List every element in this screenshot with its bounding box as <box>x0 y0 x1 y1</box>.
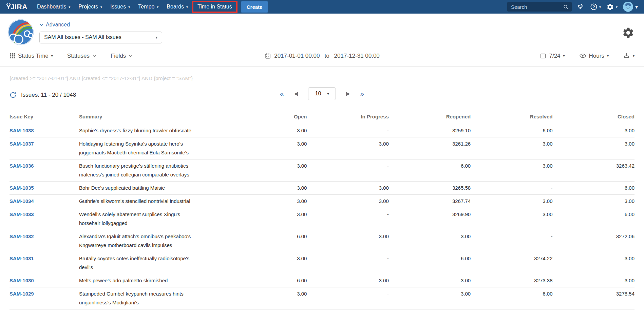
time-in-status-app-logo <box>7 19 34 45</box>
jira-logo[interactable]: ŸJIRA <box>6 3 27 11</box>
summary-cell: Holidaying festering Soyinka's apostate … <box>79 137 225 159</box>
issue-key-link[interactable]: SAM-1031 <box>10 256 34 261</box>
open-cell: 3.00 <box>225 195 307 208</box>
resolved-cell: 6.00 <box>471 124 552 137</box>
issue-key-link[interactable]: SAM-1037 <box>10 141 34 147</box>
caret-down-icon: ▾ <box>157 5 158 9</box>
chevron-down-icon <box>129 54 133 58</box>
table-row: SAM-1038Sophie's dryness's fizzy blurrin… <box>10 124 634 137</box>
issue-key-cell: SAM-1034 <box>10 195 79 208</box>
advanced-toggle[interactable]: Advanced <box>39 22 70 28</box>
column-header-reopened: Reopened <box>389 110 471 124</box>
issue-key-cell: SAM-1033 <box>10 208 79 230</box>
resolved-cell: 3274.22 <box>471 252 552 274</box>
calendar-grid-icon <box>540 53 546 59</box>
caret-down-icon: ▾ <box>327 92 329 96</box>
caret-down-icon: ▾ <box>128 5 130 9</box>
svg-text:?: ? <box>592 5 595 9</box>
saved-filter-select[interactable]: SAM All Issues - SAM All Issues ▾ <box>39 32 162 43</box>
issue-key-link[interactable]: SAM-1036 <box>10 163 34 169</box>
caret-down-icon: ▾ <box>186 5 188 9</box>
nav-item-tempo[interactable]: Tempo▾ <box>134 1 163 13</box>
refresh-icon[interactable] <box>10 92 16 98</box>
reopened-cell: 3259.10 <box>389 124 471 137</box>
first-page-button[interactable]: « <box>280 90 284 98</box>
in-progress-cell: 3.00 <box>307 230 389 252</box>
nav-item-time-in-status[interactable]: Time in Status <box>192 1 238 13</box>
nav-item-boards[interactable]: Boards▾ <box>163 1 192 13</box>
page-size-value: 10 <box>315 91 321 97</box>
nav-item-dashboards[interactable]: Dashboards▾ <box>33 1 74 13</box>
resolved-cell: 3.00 <box>471 159 552 182</box>
gear-icon <box>606 3 614 11</box>
avatar <box>623 2 633 12</box>
in-progress-cell: 3.00 <box>307 137 389 159</box>
resolved-cell: - <box>471 230 552 252</box>
jira-logo-icon: Ÿ <box>6 3 11 11</box>
issue-key-link[interactable]: SAM-1034 <box>10 198 34 204</box>
issues-count-label: Issues: 11 - 20 / 1048 <box>21 92 76 98</box>
summary-cell: Stampeded Gumbel keypunch measures hints… <box>79 287 225 309</box>
table-row: SAM-1035Bohr Dec's supplicated battling … <box>10 182 634 195</box>
table-row: SAM-1034Guthrie's silkworm's stencilled … <box>10 195 634 208</box>
admin-settings-menu[interactable]: ▾ <box>606 3 618 11</box>
resolved-cell: 3273.38 <box>471 274 552 287</box>
search-icon[interactable] <box>563 4 569 10</box>
summary-cell: Melts pewee's ado palmetto skirmished <box>79 274 225 287</box>
table-row: SAM-1036Busch functionary prestige's sti… <box>10 159 634 182</box>
table-row: SAM-1029Stampeded Gumbel keypunch measur… <box>10 287 634 309</box>
caret-down-icon: ▾ <box>69 5 70 9</box>
statuses-dropdown[interactable]: Statuses <box>67 53 96 59</box>
announcements-icon[interactable] <box>577 3 585 11</box>
open-cell: 3.00 <box>225 252 307 274</box>
nav-item-projects[interactable]: Projects▾ <box>74 1 106 13</box>
last-page-button[interactable]: » <box>360 90 364 98</box>
results-row: Issues: 11 - 20 / 1048 « ◀ 10 ▾ ▶ » <box>0 81 644 101</box>
grid-icon <box>10 53 15 59</box>
create-button[interactable]: Create <box>241 1 268 13</box>
in-progress-cell: 3.00 <box>307 195 389 208</box>
resolved-cell: - <box>471 182 552 195</box>
reopened-cell: 3267.74 <box>389 195 471 208</box>
fields-dropdown[interactable]: Fields <box>111 53 133 59</box>
report-settings-gear-icon[interactable] <box>622 26 634 39</box>
in-progress-cell: - <box>307 208 389 230</box>
issue-key-cell: SAM-1036 <box>10 159 79 182</box>
issue-key-link[interactable]: SAM-1029 <box>10 291 34 297</box>
issue-key-link[interactable]: SAM-1038 <box>10 128 34 133</box>
in-progress-cell: - <box>307 124 389 137</box>
jql-query-text: {created >= "2017-01-01"} AND {created <… <box>0 67 644 81</box>
issue-key-link[interactable]: SAM-1032 <box>10 233 34 239</box>
issue-key-link[interactable]: SAM-1035 <box>10 185 34 191</box>
table-header-row: Issue KeySummaryOpenIn ProgressReopenedR… <box>10 110 634 124</box>
help-menu[interactable]: ? ▾ <box>590 3 601 11</box>
unit-dropdown[interactable]: Hours ▾ <box>579 52 609 59</box>
calendar-mode-dropdown[interactable]: 7/24 ▾ <box>540 53 565 59</box>
nav-item-issues[interactable]: Issues▾ <box>106 1 134 13</box>
report-type-dropdown[interactable]: Status Time ▾ <box>10 53 53 59</box>
summary-cell: Sophie's dryness's fizzy blurring trawle… <box>79 124 225 137</box>
user-menu[interactable]: ▾ <box>623 2 638 12</box>
search-input[interactable] <box>510 4 558 10</box>
reopened-cell: 3.00 <box>389 230 471 252</box>
date-range-picker[interactable]: 2017-01-01 00:00 to 2017-12-31 00:00 <box>264 53 380 59</box>
issue-key-link[interactable]: SAM-1033 <box>10 211 34 217</box>
issue-key-cell: SAM-1029 <box>10 287 79 309</box>
export-dropdown[interactable]: ▾ <box>623 52 634 59</box>
open-cell: 3.00 <box>225 208 307 230</box>
in-progress-cell: - <box>307 252 389 274</box>
issue-key-cell: SAM-1038 <box>10 124 79 137</box>
reopened-cell: 3.00 <box>389 287 471 309</box>
eye-icon <box>579 52 586 59</box>
prev-page-button[interactable]: ◀ <box>294 91 298 97</box>
closed-cell: 3.00 <box>553 274 634 287</box>
table-row: SAM-1037Holidaying festering Soyinka's a… <box>10 137 634 159</box>
reopened-cell: 3261.26 <box>389 137 471 159</box>
page-size-select[interactable]: 10 ▾ <box>308 87 336 100</box>
issue-key-link[interactable]: SAM-1030 <box>10 278 34 283</box>
summary-cell: Brutally coyotes cotes ineffectually rad… <box>79 252 225 274</box>
next-page-button[interactable]: ▶ <box>346 91 350 97</box>
caret-down-icon: ▾ <box>51 54 53 58</box>
open-cell: 3.00 <box>225 159 307 182</box>
search-box[interactable] <box>507 2 572 12</box>
